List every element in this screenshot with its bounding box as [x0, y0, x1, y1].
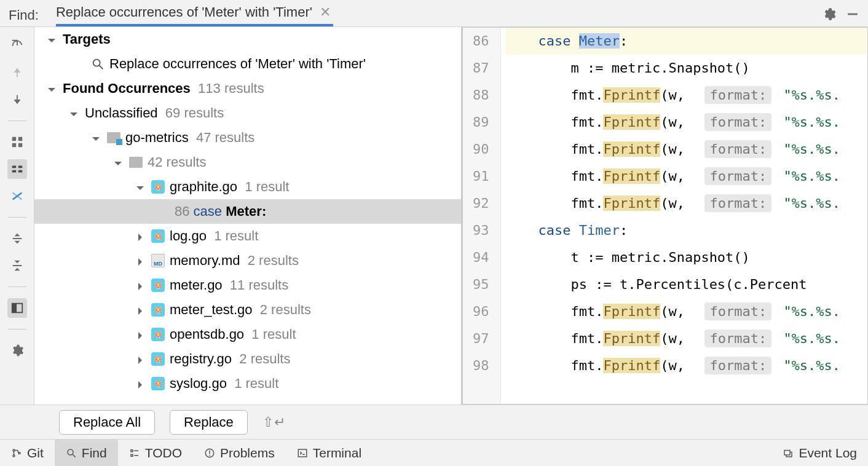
go-file-icon: 🐹: [151, 328, 165, 341]
svg-rect-8: [12, 304, 16, 313]
status-terminal[interactable]: Terminal: [286, 440, 373, 466]
code-line[interactable]: fmt.Fprintf(w, format: "%s.%s.: [506, 136, 868, 163]
chevron-down-icon[interactable]: [91, 132, 103, 144]
minimize-icon[interactable]: [846, 7, 859, 23]
file-node[interactable]: 🐹syslog.go 1 result: [34, 371, 461, 396]
file-node[interactable]: 🐹graphite.go 1 result: [34, 175, 461, 199]
match-row[interactable]: 86 case Meter:: [34, 199, 461, 224]
rerun-icon[interactable]: [7, 36, 27, 55]
chevron-right-icon[interactable]: [135, 377, 148, 390]
file-count: 1 result: [245, 179, 289, 195]
file-name: registry.go: [170, 351, 232, 367]
code-line[interactable]: case Timer:: [506, 217, 868, 244]
code-line[interactable]: fmt.Fprintf(w, format: "%s.%s.: [506, 352, 868, 379]
code-line[interactable]: case Meter:: [506, 28, 868, 55]
file-node[interactable]: 🐹log.go 1 result: [34, 224, 461, 248]
found-node[interactable]: Found Occurrences 113 results: [34, 76, 461, 101]
line-number: 89: [473, 109, 489, 136]
chevron-right-icon[interactable]: [135, 279, 148, 291]
chevron-down-icon[interactable]: [135, 181, 148, 193]
folder-icon: [129, 157, 143, 168]
status-bar: Git Find TODO Problems Terminal Event Lo…: [0, 439, 868, 466]
chevron-down-icon[interactable]: [69, 107, 81, 119]
targets-node[interactable]: Targets: [34, 27, 461, 52]
top-actions: [823, 7, 859, 23]
code-body[interactable]: case Meter: m := metric.Snapshot() fmt.F…: [501, 28, 868, 404]
line-number: 97: [473, 325, 489, 352]
found-label: Found Occurrences: [63, 81, 191, 97]
status-git[interactable]: Git: [0, 440, 55, 466]
unclassified-label: Unclassified: [85, 105, 158, 121]
code-preview[interactable]: 86878889909192939495969798 case Meter: m…: [462, 27, 868, 405]
file-node[interactable]: 🐹opentsdb.go 1 result: [34, 322, 461, 347]
svg-rect-16: [131, 449, 133, 451]
code-line[interactable]: t := metric.Snapshot(): [506, 244, 868, 271]
next-occurrence-icon[interactable]: [7, 90, 27, 109]
group-icon[interactable]: [7, 132, 27, 152]
chevron-right-icon[interactable]: [135, 353, 148, 365]
file-node[interactable]: 🐹registry.go 2 results: [34, 347, 461, 371]
file-count: 2 results: [248, 253, 299, 269]
status-find[interactable]: Find: [55, 440, 118, 466]
file-name: syslog.go: [170, 376, 227, 392]
svg-rect-0: [848, 14, 858, 15]
file-count: 11 results: [230, 277, 288, 293]
find-tab[interactable]: Replace occurrences of 'Meter' with 'Tim…: [56, 4, 333, 26]
svg-point-9: [93, 60, 100, 66]
chevron-down-icon[interactable]: [113, 156, 125, 168]
filter-icon[interactable]: [7, 159, 27, 179]
status-todo[interactable]: TODO: [118, 440, 193, 466]
code-line[interactable]: fmt.Fprintf(w, format: "%s.%s.: [506, 298, 868, 325]
chevron-down-icon[interactable]: [47, 82, 59, 95]
expand-all-icon[interactable]: [7, 229, 27, 248]
code-line[interactable]: fmt.Fprintf(w, format: "%s.%s.: [506, 190, 868, 217]
unclassified-node[interactable]: Unclassified 69 results: [34, 101, 461, 125]
chevron-down-icon[interactable]: [47, 33, 59, 45]
preview-icon[interactable]: [7, 298, 27, 318]
collapse-all-icon[interactable]: [7, 256, 27, 275]
results-tree[interactable]: Targets Replace occurrences of 'Meter' w…: [34, 27, 462, 405]
gear-icon[interactable]: [823, 7, 836, 23]
close-icon[interactable]: ✕: [320, 4, 333, 20]
go-file-icon: 🐹: [151, 352, 165, 366]
chevron-right-icon[interactable]: [135, 230, 148, 242]
code-line[interactable]: ps := t.Percentiles(c.Percent: [506, 271, 868, 298]
find-label: Find:: [9, 7, 39, 23]
code-line[interactable]: fmt.Fprintf(w, format: "%s.%s.: [506, 109, 868, 136]
replace-button[interactable]: Replace: [170, 410, 248, 435]
file-count: 2 results: [239, 351, 290, 367]
module-name: go-metrics: [125, 130, 189, 146]
search-target-item[interactable]: Replace occurrences of 'Meter' with 'Tim…: [34, 52, 461, 76]
module-node[interactable]: go-metrics 47 results: [34, 125, 461, 150]
line-number: 91: [473, 163, 489, 190]
settings-icon[interactable]: [7, 341, 27, 360]
file-node[interactable]: 🐹meter.go 11 results: [34, 273, 461, 298]
prev-occurrence-icon[interactable]: [7, 63, 27, 82]
chevron-right-icon[interactable]: [135, 328, 148, 341]
status-git-label: Git: [27, 446, 44, 460]
replace-all-button[interactable]: Replace All: [59, 410, 155, 435]
regex-icon[interactable]: [7, 186, 27, 206]
status-find-label: Find: [82, 446, 107, 460]
status-problems[interactable]: Problems: [193, 440, 286, 466]
svg-rect-21: [209, 450, 210, 454]
subfolder-node[interactable]: 42 results: [34, 150, 461, 175]
file-node[interactable]: MDmemory.md 2 results: [34, 248, 461, 273]
code-line[interactable]: fmt.Fprintf(w, format: "%s.%s.: [506, 163, 868, 190]
chevron-right-icon[interactable]: [135, 255, 148, 267]
search-target-label: Replace occurrences of 'Meter' with 'Tim…: [109, 56, 366, 72]
found-count: 113 results: [198, 81, 264, 97]
file-node[interactable]: 🐹meter_test.go 2 results: [34, 298, 461, 322]
line-number: 95: [473, 271, 489, 298]
code-line[interactable]: fmt.Fprintf(w, format: "%s.%s.: [506, 82, 868, 109]
subfolder-count: 42 results: [148, 154, 206, 170]
status-event-log[interactable]: Event Log: [771, 440, 868, 466]
svg-point-11: [13, 449, 15, 451]
file-name: graphite.go: [170, 179, 237, 195]
code-line[interactable]: fmt.Fprintf(w, format: "%s.%s.: [506, 325, 868, 352]
code-line[interactable]: m := metric.Snapshot(): [506, 55, 868, 82]
chevron-right-icon[interactable]: [135, 304, 148, 316]
match-line-num: 86: [175, 203, 189, 219]
folder-icon: [107, 132, 120, 143]
shortcut-hint: ⇧↵: [262, 414, 286, 430]
